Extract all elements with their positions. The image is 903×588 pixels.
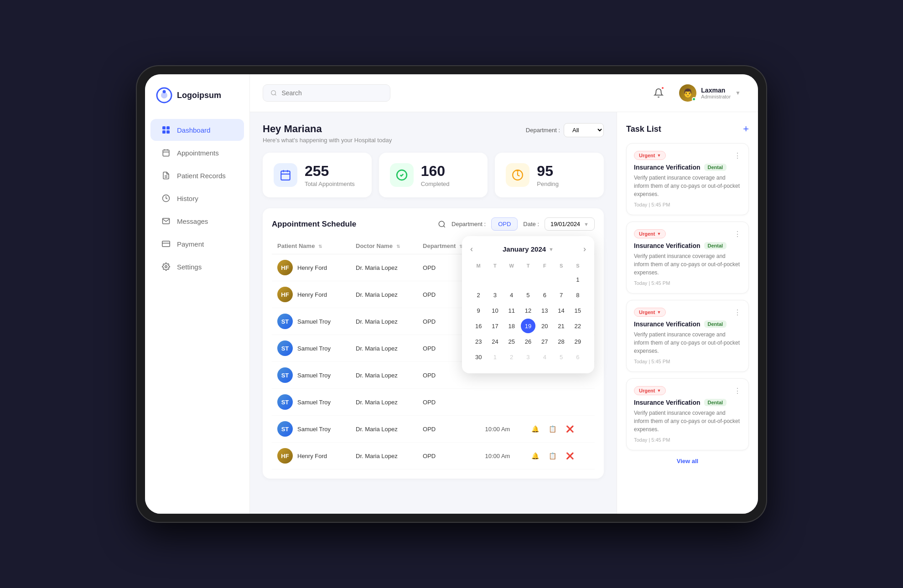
appointment-title: Appointment Schedule [272,220,356,229]
sidebar-item-messages[interactable]: Messages [150,210,244,232]
department-select[interactable]: All OPD Dental [564,123,604,137]
notify-icon[interactable]: 🔔 [529,423,542,435]
cal-day-1[interactable]: 1 [488,350,502,364]
cal-day-11[interactable]: 11 [504,303,519,318]
cal-day-3[interactable]: 3 [521,350,535,364]
cal-day-17[interactable]: 17 [488,319,502,333]
cancel-icon[interactable]: ❌ [564,423,576,435]
add-task-button[interactable]: + [743,123,749,135]
task-header: Task List + [626,123,749,135]
sidebar-item-appointments[interactable]: Appointments [150,142,244,164]
cal-day-24[interactable]: 24 [488,334,502,349]
cal-day-10[interactable]: 10 [488,303,502,318]
search-appointments-icon[interactable] [438,220,446,228]
appt-time-empty [480,389,524,416]
patient-cell: ST Samuel Troy [277,421,345,437]
patient-cell: ST Samuel Troy [277,340,345,356]
priority-label: Urgent [639,153,655,158]
logo-text: Logoipsum [177,91,221,100]
appt-time: 10:00 Am [480,443,524,469]
view-all-link[interactable]: View all [677,458,698,464]
appt-patient: ST Samuel Troy [272,389,350,416]
clipboard-icon[interactable]: 📋 [546,449,559,462]
cal-day-9[interactable]: 9 [471,303,486,318]
stat-text-completed: 160 Completed [421,163,450,187]
priority-label: Urgent [639,309,655,315]
task-description: Verify patient insurance coverage and in… [634,174,741,198]
task-menu-button[interactable]: ⋮ [734,308,741,317]
cal-day-22[interactable]: 22 [571,319,585,333]
sidebar-item-history[interactable]: History [150,187,244,209]
date-picker-button[interactable]: 19/01/2024 ▼ ‹ January 2024 ▼ › MTWTFSS … [545,217,595,231]
cal-day-3[interactable]: 3 [488,288,502,302]
sidebar-item-patient-records[interactable]: Patient Records [150,165,244,186]
settings-icon [161,262,171,271]
search-input[interactable] [281,89,383,97]
cal-day-16[interactable]: 16 [471,319,486,333]
tablet-frame: Logoipsum Dashboard Appointments Patient… [137,66,766,522]
stat-value-completed: 160 [421,163,450,180]
cal-day-19[interactable]: 19 [521,319,535,333]
cal-next-button[interactable]: › [583,244,586,254]
cal-day-header: W [503,261,520,272]
cal-day-7[interactable]: 7 [554,288,569,302]
task-time: Today | 5:45 PM [634,202,741,207]
sidebar-item-payment[interactable]: Payment [150,233,244,255]
cal-day-5[interactable]: 5 [554,350,569,364]
cal-day-2[interactable]: 2 [504,350,519,364]
sidebar-item-dashboard[interactable]: Dashboard [150,119,244,141]
cal-day-12[interactable]: 12 [521,303,535,318]
cal-day-14[interactable]: 14 [554,303,569,318]
task-card-header: Urgent ▼ ⋮ [634,151,741,160]
appt-patient: HF Henry Ford [272,281,350,308]
cal-day-21[interactable]: 21 [554,319,569,333]
cal-day-6[interactable]: 6 [537,288,552,302]
cal-empty-cell [471,272,486,287]
dept-badge[interactable]: OPD [491,217,518,231]
cal-day-27[interactable]: 27 [537,334,552,349]
task-menu-button[interactable]: ⋮ [734,151,741,160]
calendar-month: January 2024 ▼ [503,245,554,253]
calendar-grid: MTWTFSS 12345678910111213141516171819202… [470,261,586,365]
cal-day-20[interactable]: 20 [537,319,552,333]
task-menu-button[interactable]: ⋮ [734,387,741,395]
calendar-header: ‹ January 2024 ▼ › [470,244,586,254]
cal-empty-cell [537,272,552,287]
cal-day-30[interactable]: 30 [471,350,486,364]
cal-day-29[interactable]: 29 [571,334,585,349]
appt-doctor: Dr. Maria Lopez [350,335,417,362]
clipboard-icon[interactable]: 📋 [546,423,559,435]
task-menu-button[interactable]: ⋮ [734,230,741,238]
cancel-icon[interactable]: ❌ [564,449,576,462]
cal-day-2[interactable]: 2 [471,288,486,302]
user-info[interactable]: 👨 Laxman Administrator ▼ [675,82,745,104]
cal-day-26[interactable]: 26 [521,334,535,349]
nav-label-payment: Payment [177,240,204,248]
user-role: Administrator [701,94,731,99]
cal-prev-button[interactable]: ‹ [470,244,473,254]
cal-day-8[interactable]: 8 [571,288,585,302]
sidebar: Logoipsum Dashboard Appointments Patient… [145,74,250,514]
search-box[interactable] [263,84,390,102]
notification-button[interactable] [650,84,667,102]
cal-day-25[interactable]: 25 [504,334,519,349]
cal-day-6[interactable]: 6 [571,350,585,364]
page-subtext: Here's what's happening with your Hospit… [263,137,392,144]
cal-day-4[interactable]: 4 [537,350,552,364]
cal-day-5[interactable]: 5 [521,288,535,302]
cal-day-4[interactable]: 4 [504,288,519,302]
cal-day-15[interactable]: 15 [571,303,585,318]
table-row: ST Samuel Troy Dr. Maria Lopez OPD 10:00… [272,416,595,443]
sidebar-item-settings[interactable]: Settings [150,256,244,278]
cal-day-18[interactable]: 18 [504,319,519,333]
notify-icon[interactable]: 🔔 [529,449,542,462]
cal-day-1[interactable]: 1 [571,272,585,287]
svg-rect-4 [166,126,170,129]
appt-doctor: Dr. Maria Lopez [350,308,417,335]
cal-day-13[interactable]: 13 [537,303,552,318]
cal-day-header: F [536,261,553,272]
cal-day-23[interactable]: 23 [471,334,486,349]
appt-doctor: Dr. Maria Lopez [350,254,417,281]
cal-day-28[interactable]: 28 [554,334,569,349]
stat-icon-completed [390,163,414,187]
